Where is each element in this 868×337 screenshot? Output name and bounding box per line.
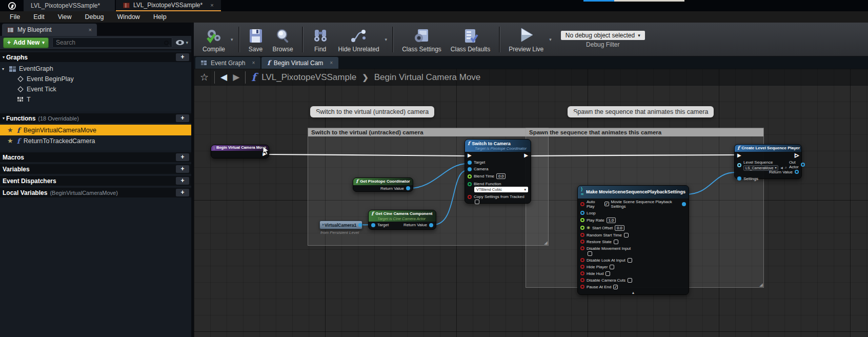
tree-item-t[interactable]: T xyxy=(0,94,191,105)
disable-movement-input-checkbox[interactable] xyxy=(588,251,592,256)
blend-function-dropdown[interactable]: VTBlend Cubic ▾ xyxy=(474,187,528,192)
exec-out-pin[interactable]: ▶ xyxy=(524,153,528,158)
tree-item-event-tick[interactable]: Event Tick xyxy=(0,84,191,94)
section-variables[interactable]: Variables + xyxy=(0,164,191,174)
disable-look-at-input-checkbox[interactable] xyxy=(628,258,632,263)
playback-settings-out-pin[interactable] xyxy=(682,202,686,206)
collapse-arrow-icon[interactable]: ▲ xyxy=(578,291,689,294)
tab-event-graph[interactable]: Event Graph × xyxy=(195,57,260,69)
hide-hud-checkbox[interactable] xyxy=(605,271,610,276)
add-graph-button[interactable]: + xyxy=(176,53,189,61)
section-macros[interactable]: Macros + xyxy=(0,152,191,162)
start-offset-value[interactable]: 0.0 xyxy=(615,225,624,231)
loop-pin[interactable] xyxy=(580,211,584,215)
section-event-dispatchers[interactable]: Event Dispatchers + xyxy=(0,176,191,186)
node-get-cine-camera-component[interactable]: f Get Cine Camera Component Target is Ci… xyxy=(368,210,436,230)
return-value-pin[interactable] xyxy=(429,223,433,227)
bookmark-star-icon[interactable]: ☆ xyxy=(200,71,209,83)
close-icon[interactable]: × xyxy=(89,27,92,33)
chevron-down-icon[interactable]: ▾ xyxy=(385,37,388,42)
document-tab-level[interactable]: LVL_PixotopeVSSample* xyxy=(24,0,115,11)
debug-object-dropdown[interactable]: No debug object selected ▾ xyxy=(561,31,645,40)
return-value-pin[interactable] xyxy=(795,170,799,174)
exec-out-pin[interactable]: ▷ xyxy=(795,153,799,158)
add-macro-button[interactable]: + xyxy=(176,153,189,161)
play-rate-pin[interactable] xyxy=(580,218,584,222)
forward-arrow-icon[interactable]: ▶ xyxy=(233,72,239,83)
add-new-button[interactable]: + Add New ▾ xyxy=(3,37,49,48)
target-pin[interactable] xyxy=(371,223,375,227)
menu-debug[interactable]: Debug xyxy=(78,13,111,21)
graph-canvas[interactable]: ☆ ◀ ▶ f LVL_PixotopeVSSample ❯ Begin Vir… xyxy=(194,69,868,337)
menu-view[interactable]: View xyxy=(51,13,78,21)
random-start-time-checkbox[interactable] xyxy=(624,233,629,237)
random-start-time-pin[interactable] xyxy=(580,233,584,237)
add-event-dispatcher-button[interactable]: + xyxy=(176,177,189,185)
menu-file[interactable]: File xyxy=(3,13,27,21)
level-sequence-pin[interactable] xyxy=(737,163,741,167)
settings-pin[interactable] xyxy=(737,176,741,181)
document-tab-blueprint[interactable]: LVL_PixotopeVSSample* × xyxy=(116,0,221,11)
auto-play-checkbox[interactable]: ✓ xyxy=(604,202,609,206)
breadcrumb-root[interactable]: LVL_PixotopeVSSample xyxy=(261,72,356,83)
close-icon[interactable]: × xyxy=(252,60,255,66)
chevron-down-icon[interactable]: ▾ xyxy=(231,37,233,42)
add-variable-button[interactable]: + xyxy=(176,165,189,173)
node-switch-to-camera[interactable]: f Switch to Camera Target is Pixotope Co… xyxy=(465,139,531,204)
section-local-variables[interactable]: Local Variables (BeginVirtualCameraMove)… xyxy=(0,188,191,197)
menu-help[interactable]: Help xyxy=(147,13,173,21)
favorite-star-icon[interactable]: ★ xyxy=(7,137,13,145)
pause-at-end-pin[interactable] xyxy=(580,285,584,289)
hide-player-checkbox[interactable] xyxy=(610,265,614,269)
function-item-returntotrackedcamera[interactable]: ★ f ReturnToTrackedCamera xyxy=(0,135,191,146)
visibility-filter[interactable]: ▾ xyxy=(176,40,188,45)
menu-edit[interactable]: Edit xyxy=(27,13,51,21)
blend-function-pin[interactable] xyxy=(468,182,472,186)
blend-time-value[interactable]: 0.0 xyxy=(496,173,506,179)
preview-live-button[interactable]: Preview Live xyxy=(504,24,548,55)
hide-hud-pin[interactable] xyxy=(580,271,584,275)
back-arrow-icon[interactable]: ◀ xyxy=(220,72,227,83)
hide-unrelated-button[interactable]: Hide Unrelated xyxy=(334,24,384,55)
my-blueprint-tab[interactable]: My Blueprint × xyxy=(2,24,97,36)
disable-look-at-input-pin[interactable] xyxy=(580,258,584,262)
out-actor-pin[interactable] xyxy=(801,163,805,167)
node-get-pixotope-coordinator[interactable]: f Get Pixotope Coordinator Return Value xyxy=(353,177,413,192)
pause-at-end-checkbox[interactable]: ✓ xyxy=(613,285,618,289)
menu-window[interactable]: Window xyxy=(110,13,146,21)
disable-camera-cuts-checkbox[interactable] xyxy=(628,278,632,283)
browse-button[interactable]: Browse xyxy=(268,24,298,55)
copy-settings-checkbox[interactable] xyxy=(475,200,479,204)
class-defaults-button[interactable]: Class Defaults xyxy=(446,24,495,55)
tab-begin-virtual-camera[interactable]: f Begin Virtual Cam × xyxy=(261,57,338,69)
restore-state-pin[interactable] xyxy=(580,240,584,244)
target-pin[interactable] xyxy=(468,161,472,165)
close-icon[interactable]: × xyxy=(210,2,213,8)
favorite-star-icon[interactable]: ★ xyxy=(7,126,13,134)
hide-player-pin[interactable] xyxy=(580,265,584,269)
exec-in-pin[interactable]: ▶ xyxy=(468,153,472,158)
compile-button[interactable]: Compile xyxy=(198,24,230,55)
add-local-variable-button[interactable]: + xyxy=(176,189,189,196)
search-input[interactable] xyxy=(56,39,165,46)
node-make-playback-settings[interactable]: ⟩= Make MovieSceneSequencePlaybackSettin… xyxy=(577,185,689,295)
save-button[interactable]: Save xyxy=(244,24,268,55)
blend-time-pin[interactable] xyxy=(468,174,472,179)
node-create-level-sequence-player[interactable]: f Create Level Sequence Player ▶ ▷ Level… xyxy=(734,144,802,179)
expand-triangle-icon[interactable]: ▾ xyxy=(2,67,6,71)
auto-play-pin[interactable] xyxy=(580,202,584,206)
start-offset-pin[interactable] xyxy=(580,226,584,230)
section-graphs[interactable]: ▾ Graphs + xyxy=(0,52,191,62)
function-item-beginvirtualcameramove[interactable]: ★ f BeginVirtualCameraMove xyxy=(0,125,191,135)
find-button[interactable]: Find xyxy=(307,24,334,55)
disable-camera-cuts-pin[interactable] xyxy=(580,278,584,282)
add-function-button[interactable]: + xyxy=(176,114,189,122)
section-functions[interactable]: ▾ Functions (18 Overridable) + xyxy=(0,113,191,123)
play-rate-value[interactable]: 1.0 xyxy=(607,217,616,223)
return-value-pin[interactable] xyxy=(406,186,410,190)
chevron-down-icon[interactable]: ▾ xyxy=(549,37,552,42)
copy-settings-pin[interactable] xyxy=(468,195,472,199)
class-settings-button[interactable]: Class Settings xyxy=(397,24,446,55)
node-begin-virtual-camera-move[interactable]: Begin Virtual Camera Move ▶ xyxy=(211,145,269,158)
node-virtualcamera1[interactable]: VirtualCamera1 xyxy=(319,221,362,229)
